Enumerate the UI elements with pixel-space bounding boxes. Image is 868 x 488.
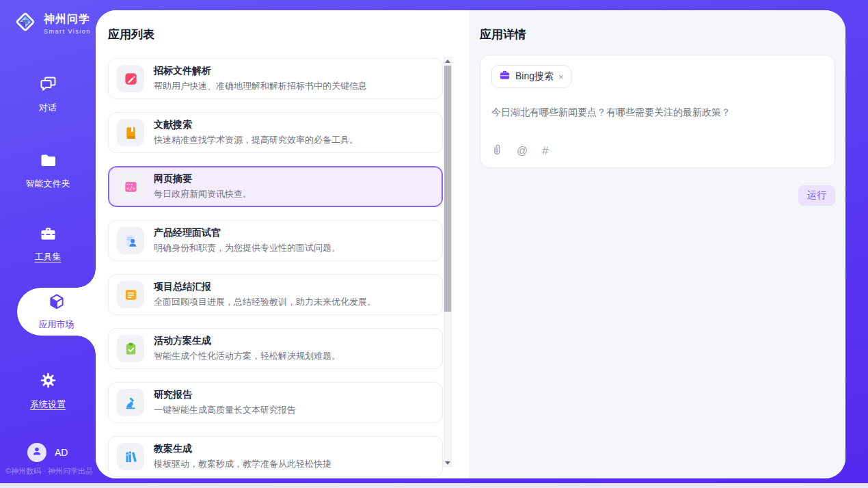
app-detail-title: 应用详情	[480, 27, 526, 42]
briefcase-icon	[499, 70, 511, 83]
app-card-desc: 智能生成个性化活动方案，轻松解决规划难题。	[154, 350, 340, 362]
app-card-project-summary[interactable]: 项目总结汇报 全面回顾项目进展，总结经验教训，助力未来优化发展。	[108, 274, 443, 315]
app-card-desc: 一键智能生成高质量长文本研究报告	[154, 404, 296, 416]
microscope-icon	[117, 389, 144, 416]
paperclip-icon[interactable]	[491, 144, 502, 159]
mention-icon[interactable]: @	[517, 146, 528, 157]
books-icon	[117, 443, 144, 470]
clipboard-check-icon	[117, 335, 144, 362]
hash-icon[interactable]: #	[542, 146, 548, 157]
app-card-desc: 模板驱动，教案秒成，教学准备从此轻松快捷	[154, 458, 331, 470]
user-initials: AD	[55, 447, 68, 458]
document-edit-icon	[117, 65, 144, 92]
app-card-bid-parsing[interactable]: 招标文件解析 帮助用户快速、准确地理解和解析招标书中的关键信息	[108, 58, 443, 99]
brand-text: 神州问学 Smart Vision	[44, 12, 91, 35]
run-button[interactable]: 运行	[798, 185, 835, 206]
app-card-desc: 全面回顾项目进展，总结经验教训，助力未来优化发展。	[154, 296, 376, 308]
app-card-lesson-plan[interactable]: 教案生成 模板驱动，教案秒成，教学准备从此轻松快捷	[108, 436, 443, 477]
diamond-logo-icon	[12, 9, 38, 38]
person-icon	[31, 445, 43, 460]
sidebar-item-label: 应用市场	[39, 318, 74, 331]
sidebar-item-toolset[interactable]: 工具集	[0, 226, 96, 263]
cube-icon	[47, 293, 66, 314]
app-card-title: 教案生成	[154, 443, 331, 455]
app-card-list: 招标文件解析 帮助用户快速、准确地理解和解析招标书中的关键信息 文献搜索	[108, 58, 443, 478]
app-card-title: 研究报告	[154, 389, 296, 401]
sidebar: 神州问学 Smart Vision 对话	[0, 0, 96, 483]
scroll-down-button[interactable]	[444, 459, 451, 467]
gear-icon	[39, 371, 57, 392]
sidebar-item-app-market[interactable]: 应用市场	[17, 288, 96, 336]
sidebar-item-settings[interactable]: 系统设置	[0, 371, 96, 411]
brand-name: 神州问学	[44, 12, 91, 27]
app-card-desc: 每日政府新闻资讯快查。	[154, 188, 252, 200]
app-card-title: 招标文件解析	[154, 65, 367, 77]
close-icon[interactable]: ×	[558, 72, 564, 81]
book-icon	[117, 119, 144, 146]
app-list-title: 应用列表	[108, 27, 154, 42]
content-area: 应用列表 招标文件解析 帮助用户快速、准确地理解和解析招标书中的关键信息	[96, 10, 845, 478]
sidebar-item-label: 工具集	[35, 251, 62, 263]
brand-tagline: Smart Vision	[44, 28, 91, 35]
app-window: 神州问学 Smart Vision 对话	[0, 0, 868, 483]
brand-logo: 神州问学 Smart Vision	[12, 9, 91, 38]
copyright-text: ©神州数码 · 神州问学出品	[5, 466, 93, 476]
triangle-down-icon	[445, 461, 450, 465]
app-card-title: 文献搜索	[154, 119, 358, 131]
avatar	[27, 443, 46, 462]
user-account[interactable]: AD	[27, 443, 68, 462]
query-text[interactable]: 今日湖北有哪些新闻要点？有哪些需要关注的最新政策？	[491, 107, 824, 119]
sidebar-item-label: 对话	[39, 102, 57, 114]
svg-text:</>: </>	[126, 185, 135, 191]
scroll-up-button[interactable]	[444, 57, 451, 65]
app-card-pm-interviewer[interactable]: 产品经理面试官 明确身份和职责，为您提供专业性的面试问题。	[108, 220, 443, 261]
report-notes-icon	[117, 281, 144, 308]
app-card-research-report[interactable]: 研究报告 一键智能生成高质量长文本研究报告	[108, 382, 443, 423]
triangle-up-icon	[445, 59, 450, 63]
sidebar-item-smart-folder[interactable]: 智能文件夹	[0, 152, 96, 190]
app-card-title: 产品经理面试官	[154, 227, 340, 239]
toolbox-icon	[39, 226, 57, 245]
app-card-desc: 快速精准查找学术资源，提高研究效率的必备工具。	[154, 134, 358, 146]
app-card-desc: 明确身份和职责，为您提供专业性的面试问题。	[154, 242, 340, 254]
scrollbar-thumb[interactable]	[444, 66, 451, 312]
app-card-title: 活动方案生成	[154, 335, 340, 347]
app-card-desc: 帮助用户快速、准确地理解和解析招标书中的关键信息	[154, 80, 367, 92]
app-card-title: 网页摘要	[154, 173, 252, 185]
app-card-event-plan[interactable]: 活动方案生成 智能生成个性化活动方案，轻松解决规划难题。	[108, 328, 443, 369]
tool-tag-bing-search[interactable]: Bing搜索 ×	[491, 65, 571, 88]
app-card-title: 项目总结汇报	[154, 281, 376, 293]
app-list-panel: 应用列表 招标文件解析 帮助用户快速、准确地理解和解析招标书中的关键信息	[96, 10, 469, 478]
chat-icon	[39, 75, 57, 96]
sidebar-item-label: 智能文件夹	[26, 178, 70, 190]
app-detail-panel: 应用详情 Bing搜索 × 今日湖北有哪些新闻要点？有哪些需要关注的最新政策？	[469, 10, 845, 478]
sidebar-item-label: 系统设置	[30, 398, 66, 411]
scrollbar-track[interactable]	[444, 57, 452, 467]
webpage-code-icon: </>	[117, 173, 144, 200]
input-toolbar: @ #	[491, 144, 548, 159]
folder-icon	[39, 152, 57, 172]
interviewer-icon	[117, 227, 144, 254]
sidebar-item-chat[interactable]: 对话	[0, 75, 96, 114]
app-card-literature-search[interactable]: 文献搜索 快速精准查找学术资源，提高研究效率的必备工具。	[108, 112, 443, 153]
app-card-web-summary[interactable]: </> 网页摘要 每日政府新闻资讯快查。	[108, 166, 443, 207]
tool-tag-label: Bing搜索	[515, 70, 554, 83]
prompt-card: Bing搜索 × 今日湖北有哪些新闻要点？有哪些需要关注的最新政策？ @ #	[480, 55, 835, 168]
